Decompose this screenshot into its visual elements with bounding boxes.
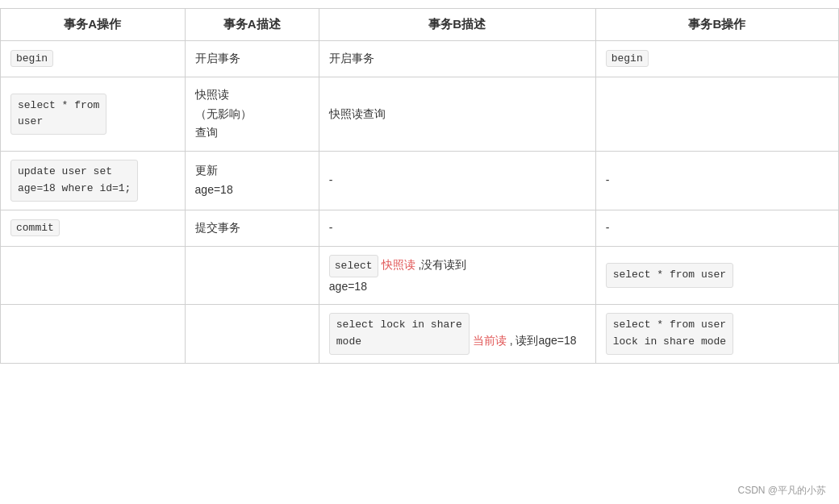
cell-6-2 bbox=[185, 305, 319, 364]
table-row: select lock in sharemode 当前读 , 读到age=18 … bbox=[1, 305, 839, 364]
cell-4-4: - bbox=[595, 210, 838, 246]
cell-3-4: - bbox=[595, 152, 838, 210]
table-row: commit 提交事务 - - bbox=[1, 210, 839, 246]
table-row: select * fromuser 快照读（无影响）查询 快照读查询 bbox=[1, 77, 839, 151]
cell-6-3: select lock in sharemode 当前读 , 读到age=18 bbox=[319, 305, 595, 364]
watermark: CSDN @平凡的小苏 bbox=[737, 484, 826, 498]
desc-4-4: - bbox=[606, 221, 610, 234]
cell-1-2: 开启事务 bbox=[185, 41, 319, 77]
desc-1-2: 开启事务 bbox=[195, 52, 240, 65]
code-begin-b: begin bbox=[606, 50, 649, 67]
cell-6-1 bbox=[1, 305, 186, 364]
label-read: , 读到age=18 bbox=[510, 334, 577, 347]
header-col2: 事务A描述 bbox=[185, 9, 319, 41]
label-current: 当前读 bbox=[473, 334, 507, 347]
table-row: update user setage=18 where id=1; 更新age=… bbox=[1, 152, 839, 210]
code-commit: commit bbox=[10, 219, 60, 236]
comparison-table: 事务A操作 事务A描述 事务B描述 事务B操作 begin bbox=[0, 8, 839, 364]
cell-2-3: 快照读查询 bbox=[319, 77, 595, 151]
code-select-snap: select bbox=[329, 255, 378, 277]
desc-5-3: select 快照读 ,没有读到age=18 bbox=[329, 255, 586, 297]
cell-4-2: 提交事务 bbox=[185, 210, 319, 246]
desc-3-3: - bbox=[329, 173, 333, 186]
cell-2-1: select * fromuser bbox=[1, 77, 186, 151]
cell-1-1: begin bbox=[1, 41, 186, 77]
code-select-b-snap: select * from user bbox=[606, 263, 733, 288]
header-col4: 事务B操作 bbox=[595, 9, 838, 41]
cell-5-1 bbox=[1, 246, 186, 305]
code-update: update user setage=18 where id=1; bbox=[10, 160, 138, 202]
code-select-b-lock: select * from userlock in share mode bbox=[606, 313, 733, 355]
desc-6-3: select lock in sharemode 当前读 , 读到age=18 bbox=[329, 313, 586, 355]
table-header-row: 事务A操作 事务A描述 事务B描述 事务B操作 bbox=[1, 9, 839, 41]
cell-2-2: 快照读（无影响）查询 bbox=[185, 77, 319, 151]
cell-6-4: select * from userlock in share mode bbox=[595, 305, 838, 364]
page-wrapper: 事务A操作 事务A描述 事务B描述 事务B操作 begin bbox=[0, 0, 839, 504]
desc-3-4: - bbox=[606, 173, 610, 186]
cell-4-1: commit bbox=[1, 210, 186, 246]
cell-3-1: update user setage=18 where id=1; bbox=[1, 152, 186, 210]
cell-2-4 bbox=[595, 77, 838, 151]
desc-2-2: 快照读（无影响）查询 bbox=[195, 88, 252, 140]
cell-1-3: 开启事务 bbox=[319, 41, 595, 77]
desc-4-2: 提交事务 bbox=[195, 221, 240, 234]
cell-5-2 bbox=[185, 246, 319, 305]
header-col1: 事务A操作 bbox=[1, 9, 186, 41]
cell-1-4: begin bbox=[595, 41, 838, 77]
header-col3: 事务B描述 bbox=[319, 9, 595, 41]
desc-1-3: 开启事务 bbox=[329, 52, 374, 65]
code-select-a: select * fromuser bbox=[10, 94, 106, 135]
cell-3-3: - bbox=[319, 152, 595, 210]
desc-4-3: - bbox=[329, 221, 333, 234]
cell-5-3: select 快照读 ,没有读到age=18 bbox=[319, 246, 595, 305]
table-row: select 快照读 ,没有读到age=18 select * from use… bbox=[1, 246, 839, 305]
desc-3-2: 更新age=18 bbox=[195, 164, 233, 196]
cell-3-2: 更新age=18 bbox=[185, 152, 319, 210]
cell-4-3: - bbox=[319, 210, 595, 246]
label-snapshot: 快照读 bbox=[382, 258, 415, 271]
desc-2-3: 快照读查询 bbox=[329, 107, 386, 120]
cell-5-4: select * from user bbox=[595, 246, 838, 305]
code-select-lock: select lock in sharemode bbox=[329, 313, 470, 355]
code-begin-a: begin bbox=[10, 50, 53, 67]
table-row: begin 开启事务 开启事务 begin bbox=[1, 41, 839, 77]
